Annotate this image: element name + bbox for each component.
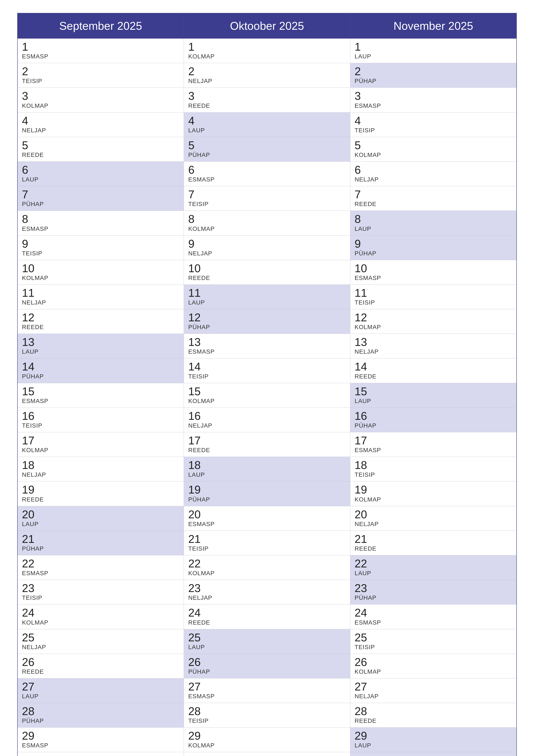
- day-name: TEISIP: [188, 201, 346, 207]
- day-number: 13: [188, 336, 346, 348]
- day-number: 30: [22, 754, 179, 756]
- day-cell-m2-d22: 23PÜHAP: [350, 580, 517, 605]
- day-name: ESMASP: [188, 176, 346, 183]
- day-name: KOLMAP: [188, 226, 346, 232]
- day-cell-m1-d6: 7TEISIP: [184, 186, 350, 211]
- day-number: 11: [188, 287, 346, 299]
- day-cell-m2-d7: 8LAUP: [350, 211, 517, 235]
- day-number: 11: [22, 287, 179, 299]
- day-cell-m0-d12: 13LAUP: [17, 334, 184, 358]
- day-name: LAUP: [188, 299, 346, 306]
- day-name: REEDE: [188, 619, 346, 626]
- day-number: 18: [355, 459, 512, 471]
- day-name: REEDE: [188, 275, 346, 282]
- day-number: 7: [355, 188, 512, 201]
- day-cell-m0-d26: 27LAUP: [17, 678, 184, 703]
- day-number: 10: [22, 262, 179, 275]
- day-cell-m1-d8: 9NELJAP: [184, 235, 350, 260]
- day-cell-m1-d2: 3REEDE: [184, 88, 350, 112]
- day-cell-m0-d8: 9TEISIP: [17, 235, 184, 260]
- day-cell-m2-d15: 16PÜHAP: [350, 408, 517, 432]
- day-cell-m2-d13: 14REEDE: [350, 358, 517, 383]
- day-number: 28: [22, 705, 179, 717]
- day-name: TEISIP: [22, 422, 179, 429]
- day-number: 23: [22, 582, 179, 594]
- day-name: PÜHAP: [188, 668, 346, 675]
- day-number: 12: [188, 311, 346, 324]
- day-number: 18: [188, 459, 346, 471]
- day-number: 3: [22, 90, 179, 102]
- day-name: REEDE: [22, 668, 179, 675]
- day-cell-m0-d3: 4NELJAP: [17, 112, 184, 137]
- day-cell-m2-d0: 1LAUP: [350, 39, 517, 63]
- day-number: 19: [22, 484, 179, 496]
- day-name: REEDE: [22, 324, 179, 331]
- day-cell-m1-d16: 17REEDE: [184, 432, 350, 457]
- day-name: NELJAP: [188, 250, 346, 257]
- day-name: LAUP: [22, 521, 179, 527]
- table-row: 16TEISIP16NELJAP16PÜHAP: [17, 408, 517, 432]
- day-number: 5: [22, 139, 179, 151]
- table-row: 14PÜHAP14TEISIP14REEDE: [17, 358, 517, 383]
- day-number: 16: [22, 410, 179, 422]
- day-number: 2: [355, 65, 512, 78]
- day-cell-m1-d11: 12PÜHAP: [184, 309, 350, 334]
- day-name: ESMASP: [188, 521, 346, 527]
- table-row: 21PÜHAP21TEISIP21REEDE: [17, 530, 517, 555]
- day-name: NELJAP: [188, 594, 346, 601]
- day-name: NELJAP: [22, 299, 179, 306]
- day-name: PÜHAP: [22, 545, 179, 552]
- day-cell-m1-d27: 28TEISIP: [184, 703, 350, 728]
- day-name: KOLMAP: [355, 324, 512, 331]
- day-name: PÜHAP: [355, 250, 512, 257]
- table-row: 5REEDE5PÜHAP5KOLMAP: [17, 137, 517, 161]
- day-name: REEDE: [22, 151, 179, 158]
- table-row: 10KOLMAP10REEDE10ESMASP: [17, 260, 517, 284]
- day-cell-m1-d7: 8KOLMAP: [184, 211, 350, 235]
- day-number: 1: [22, 41, 179, 53]
- day-number: 25: [188, 632, 346, 644]
- day-number: 4: [355, 115, 512, 127]
- day-cell-m2-d16: 17ESMASP: [350, 432, 517, 457]
- day-name: TEISIP: [22, 78, 179, 85]
- day-name: PÜHAP: [188, 324, 346, 331]
- day-number: 15: [355, 385, 512, 398]
- day-cell-m2-d20: 21REEDE: [350, 530, 517, 555]
- day-name: PÜHAP: [22, 717, 179, 724]
- day-name: KOLMAP: [22, 619, 179, 626]
- day-name: KOLMAP: [355, 151, 512, 158]
- day-cell-m2-d23: 24ESMASP: [350, 605, 517, 629]
- day-number: 20: [355, 508, 512, 521]
- day-number: 19: [355, 484, 512, 496]
- day-number: 8: [22, 213, 179, 225]
- day-cell-m1-d10: 11LAUP: [184, 284, 350, 309]
- table-row: 15ESMASP15KOLMAP15LAUP: [17, 383, 517, 408]
- day-cell-m1-d19: 20ESMASP: [184, 506, 350, 530]
- calendar-table: September 2025Oktoober 2025November 2025…: [17, 13, 517, 756]
- table-row: 20LAUP20ESMASP20NELJAP: [17, 506, 517, 530]
- day-cell-m1-d5: 6ESMASP: [184, 161, 350, 186]
- table-row: 22ESMASP22KOLMAP22LAUP: [17, 555, 517, 580]
- day-number: 29: [355, 730, 512, 742]
- table-row: 7PÜHAP7TEISIP7REEDE: [17, 186, 517, 211]
- day-number: 14: [22, 361, 179, 373]
- day-name: KOLMAP: [355, 668, 512, 675]
- day-cell-m0-d21: 22ESMASP: [17, 555, 184, 580]
- day-number: 28: [355, 705, 512, 717]
- day-number: 13: [22, 336, 179, 348]
- day-cell-m1-d3: 4LAUP: [184, 112, 350, 137]
- day-cell-m2-d5: 6NELJAP: [350, 161, 517, 186]
- day-name: NELJAP: [22, 644, 179, 651]
- day-name: NELJAP: [188, 78, 346, 85]
- day-number: 21: [22, 533, 179, 545]
- day-cell-m1-d17: 18LAUP: [184, 457, 350, 481]
- day-cell-m0-d1: 2TEISIP: [17, 63, 184, 88]
- day-number: 5: [188, 139, 346, 151]
- day-number: 3: [188, 90, 346, 102]
- day-number: 19: [188, 484, 346, 496]
- day-name: PÜHAP: [22, 373, 179, 380]
- day-number: 22: [355, 557, 512, 570]
- day-cell-m0-d16: 17KOLMAP: [17, 432, 184, 457]
- day-cell-m1-d18: 19PÜHAP: [184, 481, 350, 506]
- day-name: ESMASP: [188, 693, 346, 700]
